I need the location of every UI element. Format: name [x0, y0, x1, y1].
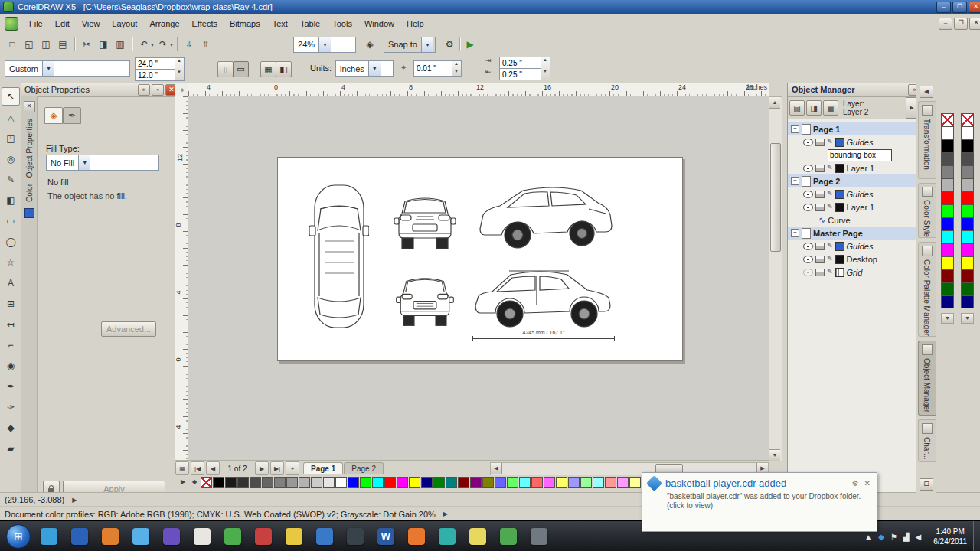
outline-tab[interactable] — [63, 107, 81, 124]
action-center-icon[interactable]: ⚑ — [890, 533, 897, 541]
docker-tab-color-styles[interactable]: Color Styles — [918, 183, 936, 238]
paper-width-field[interactable] — [135, 57, 181, 70]
taskbar-app-10[interactable] — [312, 524, 337, 549]
scroll-left-icon[interactable] — [491, 463, 502, 474]
color-swatch[interactable] — [941, 269, 954, 282]
color-swatch[interactable] — [961, 191, 974, 204]
color-swatch[interactable] — [961, 152, 974, 165]
print-icon[interactable]: ▤ — [55, 37, 70, 52]
color-swatch[interactable] — [372, 477, 384, 488]
color-swatch[interactable] — [286, 477, 298, 488]
export-icon[interactable]: ⇧ — [198, 37, 214, 52]
connector-tool[interactable]: ⌐ — [2, 337, 19, 354]
taskbar-app-13[interactable] — [404, 524, 429, 549]
vertical-scrollbar[interactable] — [769, 96, 782, 461]
color-swatch[interactable] — [961, 282, 974, 295]
color-swatch[interactable] — [629, 477, 641, 488]
paper-height-field[interactable] — [135, 69, 181, 81]
printable-icon[interactable] — [815, 139, 825, 146]
menu-view[interactable]: View — [76, 16, 106, 31]
car-front-view-2[interactable] — [394, 266, 456, 330]
taskbar-app-16[interactable] — [496, 524, 521, 549]
fill-tab[interactable] — [44, 107, 63, 124]
taskbar-app-7[interactable] — [220, 524, 245, 549]
collapse-icon[interactable]: − — [791, 229, 799, 237]
color-swatch[interactable] — [941, 217, 954, 230]
docker-tab-transformation[interactable]: Transformation — [918, 101, 936, 179]
volume-icon[interactable]: ◀ — [916, 533, 922, 541]
printable-icon[interactable] — [815, 243, 825, 250]
options-gear-icon[interactable] — [442, 37, 457, 52]
chevron-down-icon[interactable]: ▾ — [170, 41, 173, 48]
color-swatch[interactable] — [458, 477, 469, 488]
visibility-eye-icon[interactable] — [803, 243, 813, 250]
vertical-scroll-thumb[interactable] — [770, 143, 781, 252]
color-swatch[interactable] — [274, 477, 286, 488]
object-row-curve[interactable]: ∿Curve — [788, 214, 916, 227]
outline-pen-tool[interactable]: ✑ — [2, 399, 19, 416]
page-view-icon[interactable] — [175, 461, 189, 475]
last-page-button[interactable] — [270, 461, 284, 475]
vertical-ruler[interactable]: 128404 — [175, 96, 189, 460]
notification-title[interactable]: basketball player.cdr added — [665, 478, 847, 489]
layer-manager-view-icon[interactable]: ▦ — [823, 100, 838, 116]
layer-row-grid[interactable]: ✎Grid — [788, 266, 916, 279]
previous-page-button[interactable] — [206, 461, 220, 475]
edit-pencil-icon[interactable]: ✎ — [827, 256, 833, 262]
layer-row-guides[interactable]: ✎Guides — [788, 240, 916, 253]
menu-edit[interactable]: Edit — [49, 16, 76, 31]
color-swatch[interactable] — [531, 477, 543, 488]
taskbar-app-17[interactable] — [527, 524, 551, 549]
color-swatch[interactable] — [961, 230, 974, 243]
color-swatch[interactable] — [961, 139, 974, 152]
color-swatch[interactable] — [335, 477, 347, 488]
preset-select[interactable]: Custom — [5, 60, 130, 77]
rectangle-tool[interactable]: ▭ — [2, 213, 19, 230]
interactive-fill-tool[interactable]: ▰ — [2, 440, 19, 457]
color-swatch[interactable] — [470, 477, 482, 488]
freehand-tool[interactable]: ✎ — [2, 171, 19, 188]
new-document-icon[interactable]: □ — [5, 37, 20, 52]
undo-icon[interactable]: ↶ — [136, 37, 152, 52]
taskbar-app-9[interactable] — [282, 524, 306, 549]
doc-restore-button[interactable] — [954, 18, 968, 30]
landscape-button[interactable]: ▭ — [233, 61, 249, 77]
drawing-canvas[interactable]: 4245 mm / 167.1" — [188, 96, 769, 460]
minimize-button[interactable] — [936, 2, 951, 13]
color-swatch[interactable] — [941, 139, 954, 152]
pin-docker-icon[interactable] — [152, 84, 164, 96]
pick-tool[interactable]: ↖ — [2, 87, 20, 106]
chevron-down-icon[interactable] — [78, 155, 90, 170]
visibility-eye-icon[interactable] — [803, 165, 813, 172]
color-swatch[interactable] — [941, 165, 954, 178]
visibility-eye-icon[interactable] — [803, 191, 813, 198]
car-three-quarter-view[interactable] — [474, 178, 616, 255]
duplicate-x-field[interactable] — [499, 57, 547, 69]
color-swatch[interactable] — [961, 256, 974, 269]
color-swatch[interactable] — [237, 477, 249, 488]
shape-tool[interactable]: △ — [2, 109, 19, 126]
dimension-annotation[interactable]: 4245 mm / 167.1" — [472, 330, 615, 341]
edit-pencil-icon[interactable]: ✎ — [827, 139, 833, 145]
menu-text[interactable]: Text — [266, 16, 294, 31]
printable-icon[interactable] — [815, 269, 825, 276]
layer-rename-input[interactable] — [828, 149, 892, 161]
color-swatch[interactable] — [961, 269, 974, 282]
close-tab-icon[interactable] — [24, 101, 35, 112]
no-color-swatch[interactable] — [961, 113, 974, 126]
redo-icon[interactable]: ↷ — [155, 37, 171, 52]
layer-row-layer-1[interactable]: ✎Layer 1 — [788, 201, 916, 214]
chevron-down-icon[interactable]: ▾ — [151, 41, 154, 48]
ruler-origin-button[interactable] — [175, 83, 190, 98]
taskbar-app-5[interactable] — [159, 524, 184, 549]
color-swatch[interactable] — [556, 477, 567, 488]
printable-icon[interactable] — [815, 191, 825, 198]
menu-bitmaps[interactable]: Bitmaps — [224, 16, 266, 31]
text-tool[interactable]: A — [2, 275, 19, 292]
color-swatch[interactable] — [250, 477, 261, 488]
page-row-page-2[interactable]: −Page 2 — [788, 174, 916, 187]
color-swatch[interactable] — [519, 477, 531, 488]
printable-icon[interactable] — [815, 165, 825, 172]
color-swatch[interactable] — [617, 477, 629, 488]
car-front-view[interactable] — [394, 184, 456, 253]
